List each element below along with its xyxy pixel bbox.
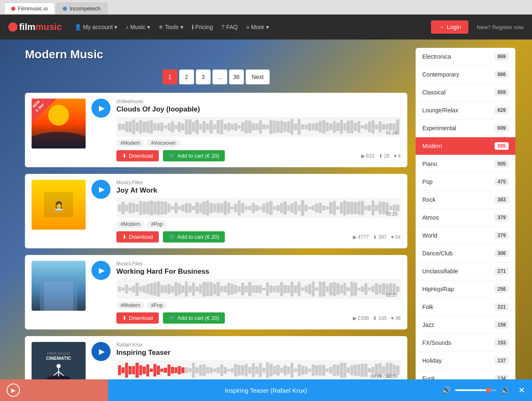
player-play-icon: ▶ bbox=[11, 387, 16, 394]
tag-1-voiceover[interactable]: #Voiceover bbox=[147, 139, 180, 147]
downloads-stat-2: ⬇ 397 bbox=[373, 234, 387, 240]
sidebar-item-fx[interactable]: FX/Sounds 153 bbox=[416, 334, 515, 352]
sidebar-count-contemporary: 866 bbox=[495, 71, 509, 78]
sidebar-label-folk: Folk bbox=[422, 304, 433, 310]
tag-3-pop[interactable]: #Pop bbox=[147, 302, 167, 309]
cart-icon-2: 🛒 bbox=[169, 234, 175, 240]
sidebar-item-jazz[interactable]: Jazz 159 bbox=[416, 316, 515, 334]
nav-faq[interactable]: ? FAQ bbox=[221, 24, 238, 30]
player-play-button[interactable]: ▶ bbox=[7, 384, 20, 397]
sidebar-item-lounge[interactable]: Lounge/Relax 629 bbox=[416, 101, 515, 119]
tab-filmmusic[interactable]: Filmmusic.io bbox=[4, 2, 55, 14]
play-button-2[interactable]: ▶ bbox=[91, 180, 111, 199]
tab-favicon-2 bbox=[63, 7, 67, 11]
sidebar-label-piano: Piano bbox=[422, 161, 437, 167]
cinematic-title: CINEMATIC bbox=[46, 356, 71, 361]
download-button-2[interactable]: ⬇ Download bbox=[116, 231, 159, 243]
tools-arrow: ▾ bbox=[180, 24, 183, 30]
sidebar-item-folk[interactable]: Folk 221 bbox=[416, 298, 515, 316]
waveform-4[interactable]: 00:29 / 02:10 bbox=[116, 360, 401, 380]
sidebar-item-classical[interactable]: Classical 859 bbox=[416, 84, 515, 101]
business-svg: 👩‍💼 bbox=[32, 180, 86, 230]
nav-my-account[interactable]: 👤 My account ▾ bbox=[74, 24, 118, 30]
track-title-2: Joy At Work bbox=[116, 186, 401, 195]
sidebar-item-experimental[interactable]: Experimental 609 bbox=[416, 119, 515, 137]
page-btn-2[interactable]: 2 bbox=[179, 69, 194, 84]
volume-fill bbox=[455, 389, 488, 391]
page-btn-next[interactable]: Next bbox=[246, 69, 270, 84]
sidebar-item-pop[interactable]: Pop 475 bbox=[416, 173, 515, 191]
track-tags-1: #Modern #Voiceover bbox=[116, 139, 401, 147]
tag-1-modern[interactable]: #Modern bbox=[116, 139, 144, 147]
content-area: Modern Music 1 2 3 ... 38 Next NEW2. Mar bbox=[17, 48, 416, 401]
page-btn-ellipsis[interactable]: ... bbox=[212, 69, 227, 84]
nav-tools[interactable]: ✳ Tools ▾ bbox=[158, 24, 183, 30]
download-button-1[interactable]: ⬇ Download bbox=[116, 150, 159, 161]
tag-2-modern[interactable]: #Modern bbox=[116, 220, 144, 228]
sidebar-item-atmos[interactable]: Atmos 379 bbox=[416, 209, 515, 227]
my-account-label: My account bbox=[83, 24, 113, 30]
volume-handle[interactable] bbox=[486, 388, 491, 393]
tag-3-modern[interactable]: #Modern bbox=[116, 302, 144, 309]
sidebar-item-world[interactable]: World 379 bbox=[416, 227, 515, 245]
track-tags-3: #Modern #Pop bbox=[116, 302, 401, 309]
page-btn-3[interactable]: 3 bbox=[196, 69, 211, 84]
login-button[interactable]: → Login bbox=[431, 20, 468, 34]
sidebar-label-rock: Rock bbox=[422, 196, 436, 203]
waveform-3[interactable]: 02:27 bbox=[116, 279, 401, 299]
nav-pricing[interactable]: ℹ Pricing bbox=[192, 24, 213, 30]
login-icon: → bbox=[438, 24, 444, 30]
cart-button-1[interactable]: 🛒 Add to cart (€ 20) bbox=[163, 150, 225, 161]
cart-button-2[interactable]: 🛒 Add to cart (€ 20) bbox=[163, 231, 225, 243]
play-icon-3: ▶ bbox=[99, 266, 105, 275]
sidebar-label-atmos: Atmos bbox=[422, 214, 439, 221]
tab-incompetech[interactable]: Incompetech bbox=[56, 2, 107, 14]
sidebar-item-piano[interactable]: Piano 505 bbox=[416, 155, 515, 173]
player-left: ▶ bbox=[0, 379, 108, 401]
nav-music[interactable]: ♪ Music ▾ bbox=[126, 24, 150, 30]
play-button-3[interactable]: ▶ bbox=[91, 261, 111, 280]
sidebar-count-dance: 306 bbox=[495, 250, 509, 257]
sidebar-item-rock[interactable]: Rock 383 bbox=[416, 191, 515, 209]
svg-point-2 bbox=[32, 132, 86, 149]
sidebar-item-hiphop[interactable]: HipHop/Rap 256 bbox=[416, 280, 515, 298]
track-thumbnail-3 bbox=[32, 261, 86, 311]
play-button-1[interactable]: ▶ bbox=[91, 99, 111, 118]
volume-icon[interactable]: 🔊 bbox=[442, 386, 451, 395]
sidebar-count-fx: 153 bbox=[495, 339, 509, 347]
tag-2-pop[interactable]: #Pop bbox=[147, 220, 167, 228]
download-icon-3: ⬇ bbox=[122, 315, 127, 321]
waveform-bars-3 bbox=[116, 279, 401, 299]
waveform-2[interactable]: 02:25 bbox=[116, 198, 401, 218]
register-text[interactable]: New? Register now bbox=[477, 24, 524, 30]
player-right: 🔊 🔉 ✕ bbox=[424, 379, 532, 401]
likes-stat-3: ♥ 36 bbox=[391, 315, 401, 321]
track-artist-1: chilledmusic bbox=[116, 99, 401, 104]
track-info-2: MusicLFiles Joy At Work 02:25 #Modern #P… bbox=[116, 180, 401, 243]
sidebar-item-dance[interactable]: Dance/Club 306 bbox=[416, 245, 515, 262]
logo[interactable]: filmmusic bbox=[8, 22, 62, 32]
sidebar-label-holiday: Holiday bbox=[422, 357, 442, 364]
player-close-button[interactable]: ✕ bbox=[518, 385, 525, 395]
speaker-icon[interactable]: 🔉 bbox=[501, 386, 510, 395]
play-button-4[interactable]: ▶ bbox=[91, 342, 111, 361]
sidebar-item-unclassifiable[interactable]: Unclassifiable 271 bbox=[416, 262, 515, 280]
volume-slider[interactable] bbox=[455, 389, 497, 391]
sidebar-item-holiday[interactable]: Holiday 137 bbox=[416, 352, 515, 370]
sidebar-item-electronica[interactable]: Electronica 869 bbox=[416, 48, 515, 66]
sidebar-item-contemporary[interactable]: Contemporary 866 bbox=[416, 66, 515, 84]
page-btn-1[interactable]: 1 bbox=[163, 69, 177, 84]
nav-more[interactable]: » More ▾ bbox=[246, 24, 269, 30]
sidebar-item-modern[interactable]: Modern 565 bbox=[416, 137, 515, 155]
waveform-1[interactable]: 01:26 bbox=[116, 117, 401, 137]
pricing-icon: ℹ bbox=[192, 24, 194, 30]
sidebar-label-modern: Modern bbox=[422, 143, 442, 149]
browser-tabs-bar: Filmmusic.io Incompetech bbox=[0, 0, 532, 15]
play-icon-2: ▶ bbox=[99, 185, 105, 194]
download-button-3[interactable]: ⬇ Download bbox=[116, 312, 159, 324]
sidebar-label-experimental: Experimental bbox=[422, 125, 456, 131]
cart-button-3[interactable]: 🛒 Add to cart (€ 20) bbox=[163, 312, 225, 324]
page-btn-38[interactable]: 38 bbox=[229, 69, 244, 84]
sidebar-count-world: 379 bbox=[495, 232, 509, 239]
navbar: filmmusic 👤 My account ▾ ♪ Music ▾ ✳ Too… bbox=[0, 15, 532, 40]
